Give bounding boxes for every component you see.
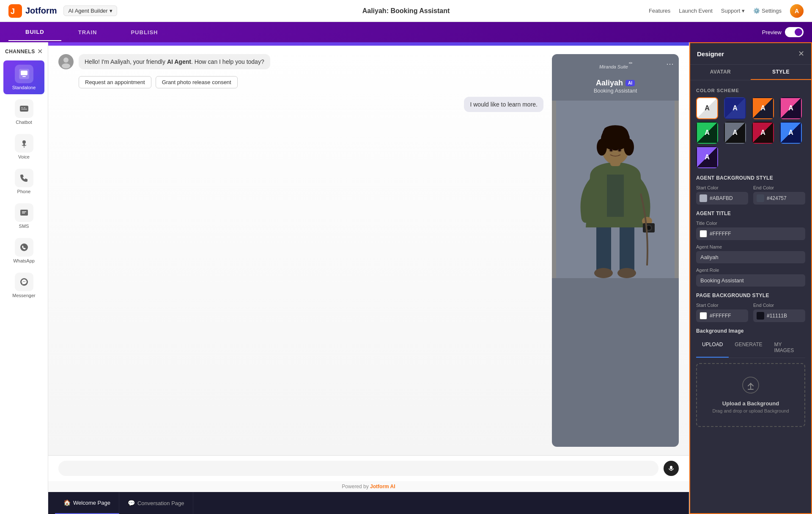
color-swatch-1[interactable]: A [696, 97, 718, 119]
chevron-down-icon: ▾ [742, 8, 745, 14]
launch-event-link[interactable]: Launch Event [679, 8, 713, 14]
upload-tab-my-images[interactable]: MY IMAGES [768, 338, 805, 358]
chat-input[interactable] [58, 461, 658, 476]
agent-bg-end-field: End Color #424757 [753, 185, 805, 205]
support-link[interactable]: Support ▾ [721, 8, 745, 14]
agent-bg-end-value: #424757 [767, 195, 787, 201]
color-swatch-6[interactable]: A [724, 122, 746, 144]
channel-item-voice[interactable]: Voice [3, 130, 44, 164]
page-bg-end-dot [757, 312, 764, 320]
bottom-tab-welcome[interactable]: 🏠 Welcome Page [55, 492, 119, 514]
svg-rect-12 [20, 210, 28, 216]
svg-point-25 [617, 268, 636, 278]
tab-build[interactable]: BUILD [8, 24, 61, 41]
color-swatch-5[interactable]: A [696, 122, 718, 144]
upload-icon [705, 377, 796, 397]
upload-tabs: UPLOAD GENERATE MY IMAGES [696, 338, 805, 358]
svg-rect-10 [23, 144, 25, 145]
tab-style[interactable]: STYLE [751, 65, 811, 80]
upload-area-title: Upload a Background [705, 400, 796, 407]
request-appointment-button[interactable]: Request an appointment [79, 76, 151, 88]
agent-bg-start-value: #ABAFBD [710, 195, 733, 201]
color-swatch-2[interactable]: A [724, 97, 746, 119]
preview-toggle[interactable] [785, 27, 804, 37]
svg-point-34 [597, 139, 607, 156]
color-swatch-7[interactable]: A [752, 122, 774, 144]
chat-input-area [48, 455, 689, 481]
bottom-tab-conversation[interactable]: 💬 Conversation Page [119, 492, 193, 514]
home-icon: 🏠 [63, 499, 71, 506]
upload-area[interactable]: Upload a Background Drag and drop or upl… [696, 363, 805, 427]
agent-card-header: Miranda Suite Aaliyah AI Booking Assista… [552, 54, 679, 101]
welcome-bubble: Hello! I'm Aaliyah, your friendly AI Age… [79, 54, 270, 69]
logo-area: J Jotform [8, 4, 57, 18]
powered-by: Powered by Jotform AI [48, 481, 689, 492]
agent-name: Aaliyah AI [559, 79, 672, 87]
svg-text:J: J [11, 7, 15, 16]
bg-image-title: Background Image [696, 328, 805, 334]
upload-area-sub: Drag and drop or upload Background [705, 408, 796, 413]
grant-photo-button[interactable]: Grant photo release consent [156, 76, 238, 88]
ai-agent-builder-button[interactable]: AI Agent Builder ▾ [63, 5, 117, 16]
agent-bg-end-input[interactable]: #424757 [753, 192, 805, 205]
upload-tab-upload[interactable]: UPLOAD [696, 338, 729, 358]
conversation-icon: 💬 [128, 500, 135, 506]
agent-name-input[interactable] [696, 251, 805, 263]
chatbot-label: Chatbot [16, 120, 32, 125]
channels-close-button[interactable]: ✕ [37, 47, 43, 55]
agent-bg-section: AGENT BACKGROUND STYLE Start Color #ABAF… [696, 175, 805, 205]
mic-button[interactable] [664, 461, 679, 476]
color-swatch-3[interactable]: A [752, 97, 774, 119]
page-bg-start-label: Start Color [696, 303, 748, 308]
channels-title: CHANNELS [5, 49, 35, 55]
channel-item-chatbot[interactable]: Chatbot [3, 95, 44, 129]
color-swatch-4[interactable]: A [780, 97, 802, 119]
agent-avatar [58, 54, 74, 69]
chatbot-icon [15, 99, 33, 118]
powered-brand: Jotform AI [370, 484, 395, 489]
phone-label: Phone [17, 189, 31, 194]
whatsapp-label: WhatsApp [13, 258, 35, 263]
title-color-dot [700, 230, 707, 238]
agent-bg-start-label: Start Color [696, 185, 748, 190]
page-bg-end-input[interactable]: #11111B [753, 309, 805, 322]
agent-title-section: AGENT TITLE Title Color #FFFFFF Agent Na… [696, 211, 805, 287]
tab-publish[interactable]: PUBLISH [114, 24, 175, 41]
welcome-text-start: Hello! I'm Aaliyah, your friendly [85, 58, 167, 65]
agent-bg-start-input[interactable]: #ABAFBD [696, 192, 748, 205]
svg-point-24 [594, 268, 613, 278]
sms-icon [15, 203, 33, 222]
tab-avatar[interactable]: AVATAR [690, 65, 751, 80]
channel-item-phone[interactable]: Phone [3, 164, 44, 198]
agent-role: Booking Assistant [559, 87, 672, 94]
designer-close-button[interactable]: ✕ [798, 49, 804, 58]
ai-agent-label: AI Agent Builder [68, 8, 107, 14]
center-content: Hello! I'm Aaliyah, your friendly AI Age… [48, 42, 689, 514]
color-swatch-8[interactable]: A [780, 122, 802, 144]
designer-body: COLOR SCHEME A A A A [690, 80, 811, 513]
card-menu-button[interactable]: ⋯ [666, 59, 674, 68]
svg-rect-7 [24, 107, 25, 108]
page-bg-title: PAGE BACKGROUND STYLE [696, 293, 805, 298]
features-link[interactable]: Features [649, 8, 670, 14]
title-color-input[interactable]: #FFFFFF [696, 227, 805, 240]
preview-area: Preview [762, 27, 804, 37]
tab-train[interactable]: TRAIN [61, 24, 114, 41]
agent-role-input[interactable] [696, 274, 805, 287]
channel-item-standalone[interactable]: Standalone [3, 60, 44, 94]
color-swatch-9[interactable]: A [696, 146, 718, 168]
channel-item-messenger[interactable]: Messenger [3, 268, 44, 302]
chat-area: Hello! I'm Aaliyah, your friendly AI Age… [48, 46, 689, 455]
page-title: Aaliyah: Booking Assistant [362, 7, 450, 15]
user-avatar[interactable]: A [790, 4, 804, 18]
messenger-icon [15, 273, 33, 291]
agent-role-label: Agent Role [696, 268, 805, 273]
channels-header: CHANNELS ✕ [3, 47, 44, 60]
channel-item-sms[interactable]: SMS [3, 199, 44, 233]
conversation-tab-label: Conversation Page [137, 500, 184, 506]
designer-tabs: AVATAR STYLE [690, 65, 811, 80]
page-bg-start-input[interactable]: #FFFFFF [696, 309, 748, 322]
upload-tab-generate[interactable]: GENERATE [729, 338, 768, 358]
channel-item-whatsapp[interactable]: WhatsApp [3, 234, 44, 268]
settings-button[interactable]: ⚙️ Settings [753, 8, 782, 14]
